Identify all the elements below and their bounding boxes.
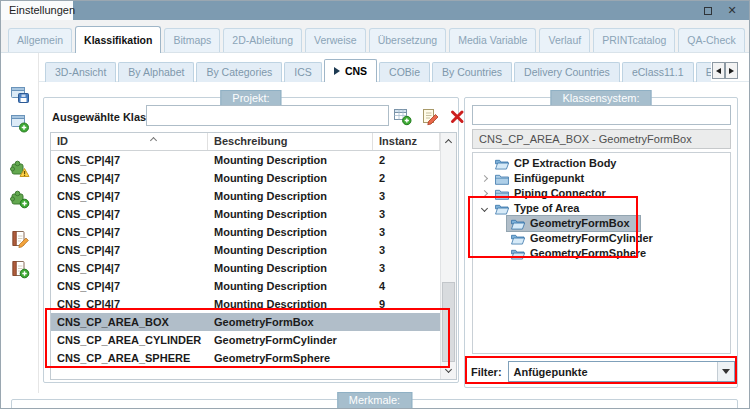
klassensystem-groupbox: Klassensystem: CNS_CP_AREA_BOX - Geometr…	[464, 97, 738, 388]
toolbar-add-window-button[interactable]	[10, 113, 30, 133]
tree-item-geometryformbox[interactable]: GeometryFormBox	[473, 216, 730, 231]
close-button[interactable]: ✕	[723, 3, 741, 18]
table-add-icon	[393, 107, 412, 126]
subtab-eclass11-1[interactable]: eClass11.1	[622, 62, 694, 82]
klassensystem-search-input[interactable]	[472, 105, 731, 125]
close-icon: ✕	[727, 5, 736, 16]
tree-node-label: GeometryFormCylinder	[530, 231, 653, 246]
column-header-id[interactable]: ID	[51, 133, 208, 150]
toolbar-book-add-button[interactable]	[10, 259, 30, 279]
tab-bersetzung[interactable]: Übersetzung	[369, 28, 447, 52]
table-row[interactable]: CNS_CP_AREA_CYLINDERGeometryFormCylinder	[51, 331, 440, 349]
tab-allgemein[interactable]: Allgemein	[8, 28, 72, 52]
cell-instanz: 4	[373, 277, 440, 295]
folder-open-icon	[510, 218, 526, 230]
toolbar-book-edit-button[interactable]	[10, 229, 30, 249]
cell-beschreibung: Mounting Description	[208, 205, 373, 223]
tab-bitmaps[interactable]: Bitmaps	[164, 28, 220, 52]
tree-node-content: CP Extraction Body	[491, 156, 620, 171]
scrollbar-up-button[interactable]	[441, 133, 456, 149]
chevron-right-icon	[480, 175, 487, 182]
subtab-by-categories[interactable]: By Categories	[196, 62, 282, 82]
cell-id: CNS_CP|4|7	[51, 295, 208, 313]
projekt-groupbox: Projekt: Ausgewählte Klassen IDBeschreib…	[43, 97, 459, 383]
tab-scroll-right-button[interactable]	[725, 62, 738, 79]
table-row[interactable]: CNS_CP_AREA_BOXGeometryFormBox	[51, 313, 440, 331]
cell-instanz: 2	[373, 169, 440, 187]
table-row[interactable]: CNS_CP_AREA_SPHEREGeometryFormSphere	[51, 349, 440, 367]
tree-item-piping-connector[interactable]: Piping Connector	[473, 186, 730, 201]
table-row[interactable]: CNS_CP|4|7Mounting Description9	[51, 295, 440, 313]
tree-item-type-of-area[interactable]: Type of Area	[473, 201, 730, 216]
tab-verweise[interactable]: Verweise	[305, 28, 366, 52]
tab-printcatalog[interactable]: PRINTcatalog	[593, 28, 675, 52]
tab-media-variable[interactable]: Media Variable	[449, 28, 536, 52]
tree-item-einf-gepunkt[interactable]: Einfügepunkt	[473, 171, 730, 186]
table-row[interactable]: CNS_CP|4|7Mounting Description3	[51, 223, 440, 241]
subtab-ics[interactable]: ICS	[284, 62, 322, 82]
filter-combobox[interactable]: Anfügepunkte	[508, 361, 735, 382]
folder-open-icon	[494, 158, 510, 170]
toolbar-puzzle-add-button[interactable]	[10, 189, 30, 209]
tab-qa-check[interactable]: QA-Check	[678, 28, 744, 52]
table-row[interactable]: CNS_CP|4|7Mounting Description2	[51, 169, 440, 187]
tab-scroll-buttons	[712, 62, 738, 79]
tree-node-label: GeometryFormSphere	[530, 246, 646, 261]
tab-2d-ableitung[interactable]: 2D-Ableitung	[223, 28, 302, 52]
subtab-cns[interactable]: CNS	[324, 59, 377, 82]
expander-collapsed[interactable]	[477, 176, 491, 181]
selected-class-header: CNS_CP_AREA_BOX - GeometryFormBox	[472, 129, 731, 149]
table-row[interactable]: CNS_CP|4|7Mounting Description3	[51, 259, 440, 277]
left-toolbar	[1, 53, 39, 393]
scroll-left-icon	[716, 68, 721, 74]
tree-item-geometryformsphere[interactable]: GeometryFormSphere	[473, 246, 730, 261]
tree-node-label: GeometryFormBox	[530, 216, 630, 231]
toolbar-save-window-button[interactable]	[10, 85, 30, 105]
scrollbar-down-button[interactable]	[441, 363, 456, 379]
sub-tab-bar: 3D-AnsichtBy AlphabetBy CategoriesICSCNS…	[45, 58, 711, 82]
subtab-etim[interactable]: ETIM	[696, 62, 711, 82]
classes-table: IDBeschreibungInstanz CNS_CP|4|7Mounting…	[50, 132, 457, 380]
tree-item-cp-extraction-body[interactable]: CP Extraction Body	[473, 156, 730, 171]
tree-item-geometryformcylinder[interactable]: GeometryFormCylinder	[473, 231, 730, 246]
filter-value: Anfügepunkte	[509, 366, 717, 378]
class-search-input[interactable]	[146, 105, 389, 126]
subtab-cobie[interactable]: COBie	[379, 62, 430, 82]
cell-id: CNS_CP|4|7	[51, 259, 208, 277]
table-row[interactable]: CNS_CP|4|7Mounting Description3	[51, 187, 440, 205]
cell-instanz	[373, 313, 440, 331]
column-header-instanz[interactable]: Instanz	[373, 133, 440, 150]
cell-id: CNS_CP_AREA_CYLINDER	[51, 331, 208, 349]
add-window-icon	[10, 113, 30, 133]
cell-id: CNS_CP|4|7	[51, 151, 208, 169]
active-subtab-arrow-icon	[334, 67, 340, 75]
chevron-down-icon	[722, 369, 730, 374]
tab-klassifikation[interactable]: Klassifikation	[75, 26, 161, 53]
cell-id: CNS_CP_AREA_SPHERE	[51, 349, 208, 367]
subtab-3d-ansicht[interactable]: 3D-Ansicht	[45, 62, 116, 82]
dropdown-button[interactable]	[717, 362, 734, 381]
subtab-delivery-countries[interactable]: Delivery Countries	[514, 62, 620, 82]
toolbar-puzzle-warning-button[interactable]	[10, 159, 30, 179]
maximize-icon	[704, 7, 712, 15]
add-class-button[interactable]	[393, 107, 412, 126]
table-row[interactable]: CNS_CP|4|7Mounting Description3	[51, 205, 440, 223]
table-row[interactable]: CNS_CP|4|7Mounting Description2	[51, 151, 440, 169]
maximize-button[interactable]	[699, 3, 717, 18]
tab-page: 3D-AnsichtBy AlphabetBy CategoriesICSCNS…	[1, 53, 749, 408]
subtab-by-alphabet[interactable]: By Alphabet	[118, 62, 194, 82]
tab-verlauf[interactable]: Verlauf	[539, 28, 590, 52]
column-header-beschreibung[interactable]: Beschreibung	[208, 133, 373, 150]
table-row[interactable]: CNS_CP|4|7Mounting Description4	[51, 277, 440, 295]
scrollbar-thumb[interactable]	[442, 282, 455, 362]
settings-window: Einstellungen ✕ AllgemeinKlassifikationB…	[0, 0, 750, 409]
edit-class-button[interactable]	[421, 107, 440, 126]
expander-collapsed[interactable]	[477, 191, 491, 196]
tree-node-content: GeometryFormBox	[507, 216, 640, 231]
class-tree: CP Extraction BodyEinfügepunktPiping Con…	[472, 152, 731, 354]
subtab-by-countries[interactable]: By Countries	[432, 62, 512, 82]
table-row[interactable]: CNS_CP|4|7Mounting Description3	[51, 241, 440, 259]
tab-scroll-left-button[interactable]	[712, 62, 725, 79]
table-scrollbar[interactable]	[440, 133, 456, 379]
expander-expanded[interactable]	[477, 206, 491, 211]
